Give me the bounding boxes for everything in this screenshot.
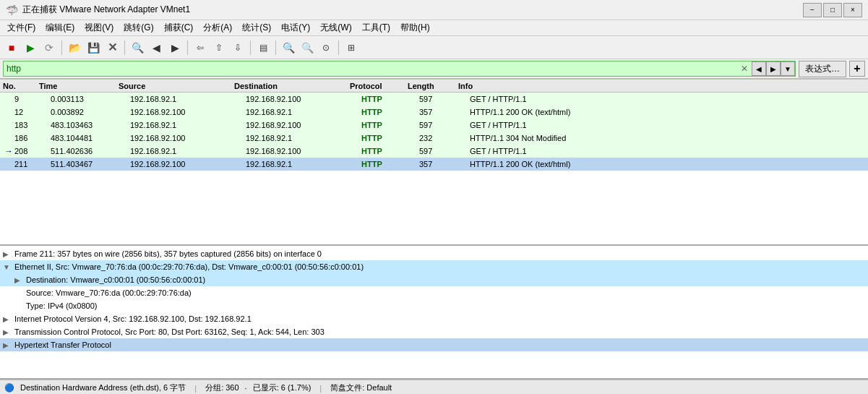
menu-item-w[interactable]: 无线(W) bbox=[316, 20, 356, 35]
col-src: 192.168.92.100 bbox=[130, 108, 246, 116]
collapse-button[interactable]: ⇧ bbox=[210, 39, 228, 56]
window-controls: − □ × bbox=[803, 3, 862, 17]
minimize-button[interactable]: − bbox=[803, 3, 822, 17]
detail-row[interactable]: Source: Vmware_70:76:da (00:0c:29:70:76:… bbox=[0, 286, 868, 299]
expand-button[interactable]: ⇦ bbox=[192, 39, 209, 56]
menu-item-t[interactable]: 工具(T) bbox=[358, 20, 395, 35]
packet-row[interactable]: 90.003113192.168.92.1192.168.92.100HTTP5… bbox=[0, 93, 868, 106]
add-filter-button[interactable]: + bbox=[849, 61, 865, 77]
col-proto: HTTP bbox=[361, 134, 419, 142]
packet-row[interactable]: 211511.403467192.168.92.100192.168.92.1H… bbox=[0, 158, 868, 171]
detail-row[interactable]: ▶Frame 211: 357 bytes on wire (2856 bits… bbox=[0, 247, 868, 260]
shown-label: 已显示: 6 (1.7%) bbox=[253, 382, 311, 393]
separator-6 bbox=[338, 40, 339, 55]
col-no: 186 bbox=[14, 134, 51, 142]
menu-item-c[interactable]: 捕获(C) bbox=[160, 20, 198, 35]
expand-icon-5[interactable]: ▶ bbox=[3, 315, 13, 323]
status-dot-1: · bbox=[245, 384, 247, 393]
search-button[interactable]: 🔍 bbox=[129, 39, 146, 56]
next-button[interactable]: ▶ bbox=[166, 39, 184, 56]
filter-input-wrap: ✕ ◀ ▶ ▼ bbox=[3, 61, 796, 77]
detail-row[interactable]: ▶Hypertext Transfer Protocol bbox=[0, 338, 868, 351]
expand-icon-1[interactable]: ▼ bbox=[3, 263, 13, 271]
col-len: 357 bbox=[419, 160, 470, 168]
close-button[interactable]: × bbox=[843, 3, 862, 17]
col-dst: 192.168.92.1 bbox=[246, 134, 361, 142]
detail-row[interactable]: ▶Internet Protocol Version 4, Src: 192.1… bbox=[0, 312, 868, 325]
restart-button[interactable]: ⟳ bbox=[40, 39, 58, 56]
packet-list-header: No. Time Source Destination Protocol Len… bbox=[0, 80, 868, 93]
color-button[interactable]: ▤ bbox=[254, 39, 272, 56]
menu-item-y[interactable]: 电话(Y) bbox=[277, 20, 314, 35]
detail-text-2: Destination: Vmware_c0:00:01 (00:50:56:c… bbox=[26, 275, 205, 284]
menu-item-h[interactable]: 帮助(H) bbox=[396, 20, 434, 35]
detail-text-6: Transmission Control Protocol, Src Port:… bbox=[14, 327, 325, 336]
col-no: 183 bbox=[14, 121, 51, 129]
open-button[interactable]: 📂 bbox=[66, 39, 83, 56]
col-len: 232 bbox=[419, 134, 470, 142]
detail-text-1: Ethernet II, Src: Vmware_70:76:da (00:0c… bbox=[14, 262, 364, 271]
filter-next-button[interactable]: ▶ bbox=[766, 61, 781, 76]
packet-row[interactable]: 120.003892192.168.92.100192.168.92.1HTTP… bbox=[0, 106, 868, 119]
col-no: 12 bbox=[14, 108, 51, 116]
header-time: Time bbox=[39, 82, 119, 90]
col-src: 192.168.92.1 bbox=[130, 121, 246, 129]
col-len: 597 bbox=[419, 121, 470, 129]
header-protocol: Protocol bbox=[350, 82, 408, 90]
col-dst: 192.168.92.1 bbox=[246, 160, 361, 168]
detail-row[interactable]: ▶Destination: Vmware_c0:00:01 (00:50:56:… bbox=[0, 273, 868, 286]
prev-button[interactable]: ◀ bbox=[147, 39, 165, 56]
detail-row[interactable]: Type: IPv4 (0x0800) bbox=[0, 299, 868, 312]
filter-clear-button[interactable]: ✕ bbox=[737, 61, 752, 76]
status-icon: 🔵 bbox=[4, 383, 14, 393]
col-no: 9 bbox=[14, 95, 51, 103]
expand-icon-2[interactable]: ▶ bbox=[14, 276, 25, 284]
packet-list[interactable]: No. Time Source Destination Protocol Len… bbox=[0, 80, 868, 246]
zoom-out-button[interactable]: 🔍 bbox=[298, 39, 316, 56]
detail-row[interactable]: ▶Transmission Control Protocol, Src Port… bbox=[0, 325, 868, 338]
down-button[interactable]: ⇩ bbox=[229, 39, 246, 56]
col-info: GET / HTTP/1.1 bbox=[470, 121, 865, 129]
expr-button[interactable]: 表达式… bbox=[799, 61, 846, 77]
detail-text-3: Source: Vmware_70:76:da (00:0c:29:70:76:… bbox=[26, 288, 192, 297]
menu-item-e[interactable]: 编辑(E) bbox=[41, 20, 79, 35]
title-bar: 🦈 正在捕获 VMware Network Adapter VMnet1 − □… bbox=[0, 0, 868, 20]
col-time: 511.403467 bbox=[51, 160, 130, 168]
expand-icon-7[interactable]: ▶ bbox=[3, 341, 13, 349]
menu-bar: 文件(F)编辑(E)视图(V)跳转(G)捕获(C)分析(A)统计(S)电话(Y)… bbox=[0, 20, 868, 36]
resize-columns-button[interactable]: ⊞ bbox=[343, 39, 360, 56]
filter-prev-button[interactable]: ◀ bbox=[752, 61, 766, 76]
menu-item-g[interactable]: 跳转(G) bbox=[119, 20, 158, 35]
filter-input[interactable] bbox=[4, 64, 737, 74]
expand-icon-6[interactable]: ▶ bbox=[3, 328, 13, 336]
menu-item-f[interactable]: 文件(F) bbox=[3, 20, 40, 35]
packet-row[interactable]: 183483.103463192.168.92.1192.168.92.100H… bbox=[0, 119, 868, 132]
packet-row[interactable]: 186483.104481192.168.92.100192.168.92.1H… bbox=[0, 132, 868, 145]
expand-icon-0[interactable]: ▶ bbox=[3, 250, 13, 258]
detail-pane[interactable]: ▶Frame 211: 357 bytes on wire (2856 bits… bbox=[0, 246, 868, 380]
col-no: 208 bbox=[14, 147, 51, 155]
col-src: 192.168.92.1 bbox=[130, 147, 246, 155]
menu-item-s[interactable]: 统计(S) bbox=[238, 20, 275, 35]
detail-text-5: Internet Protocol Version 4, Src: 192.16… bbox=[14, 314, 252, 323]
maximize-button[interactable]: □ bbox=[823, 3, 842, 17]
separator-2 bbox=[124, 40, 125, 55]
menu-item-v[interactable]: 视图(V) bbox=[80, 20, 118, 35]
packet-row[interactable]: →208511.402636192.168.92.1192.168.92.100… bbox=[0, 145, 868, 158]
col-proto: HTTP bbox=[361, 160, 419, 168]
save-button[interactable]: 💾 bbox=[85, 39, 102, 56]
filter-bar: ✕ ◀ ▶ ▼ 表达式… + bbox=[0, 59, 868, 80]
zoom-in-button[interactable]: 🔍 bbox=[280, 39, 297, 56]
col-no: 211 bbox=[14, 160, 51, 168]
col-src: 192.168.92.1 bbox=[130, 95, 246, 103]
col-info: HTTP/1.1 200 OK (text/html) bbox=[470, 108, 865, 116]
detail-row[interactable]: ▼Ethernet II, Src: Vmware_70:76:da (00:0… bbox=[0, 260, 868, 273]
zoom-reset-button[interactable]: ⊙ bbox=[317, 39, 335, 56]
close-capture-button[interactable]: ✕ bbox=[103, 39, 121, 56]
filter-dropdown-button[interactable]: ▼ bbox=[781, 61, 795, 76]
start-button[interactable]: ▶ bbox=[22, 39, 39, 56]
stop-button[interactable]: ■ bbox=[3, 39, 20, 56]
menu-item-a[interactable]: 分析(A) bbox=[199, 20, 236, 35]
detail-text-7: Hypertext Transfer Protocol bbox=[14, 341, 111, 349]
col-info: GET / HTTP/1.1 bbox=[470, 147, 865, 155]
